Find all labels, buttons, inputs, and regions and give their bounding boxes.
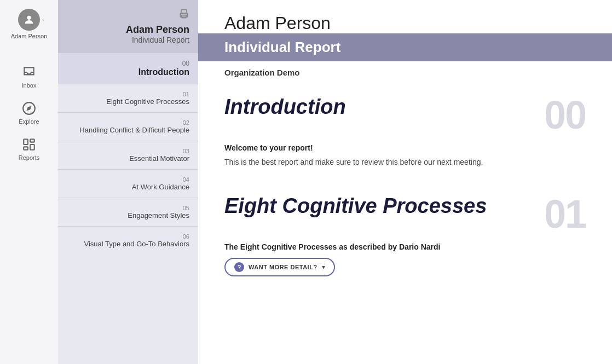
sidebar-active-section[interactable]: 00 Introduction [58,53,198,84]
section-intro-desc: This is the best report and make sure to… [224,157,509,168]
main-sections: Introduction 00 Welcome to your report! … [198,78,612,320]
item-number-05: 05 [67,205,189,211]
nav-user[interactable]: › Adam Person [11,9,48,39]
inbox-icon [21,65,37,80]
section-cognitive-heading: Eight Cognitive Processes 01 [224,194,586,234]
svg-point-0 [27,16,31,20]
main-report-banner: Individual Report [198,33,612,61]
svg-rect-4 [30,139,34,142]
nav-rail: › Adam Person Inbox Explore [0,0,58,364]
nav-item-reports-label: Reports [19,154,40,161]
section-cognitive-number: 01 [544,194,586,234]
svg-rect-7 [181,10,187,14]
svg-point-10 [186,15,187,16]
item-title-06: Visual Type and Go-To Behaviors [67,240,189,248]
want-more-detail-button[interactable]: ? WANT MORE DETAIL? ▾ [224,258,335,276]
section-introduction-number: 00 [544,95,586,135]
active-section-number: 00 [67,60,189,67]
section-introduction-title: Introduction [224,95,346,119]
sidebar-report-type: Individual Report [67,36,189,44]
section-cognitive-subtitle: The Eight Cognitive Processes as describ… [224,242,509,251]
chevron-right-icon: › [42,17,44,23]
svg-marker-2 [26,106,31,111]
nav-user-name: Adam Person [11,33,48,39]
section-cognitive-body: The Eight Cognitive Processes as describ… [224,242,509,276]
item-title-05: Engagement Styles [67,211,189,219]
item-number-02: 02 [67,119,189,126]
section-cognitive: Eight Cognitive Processes 01 The Eight C… [224,194,586,276]
sidebar-item-05[interactable]: 05 Engagement Styles [58,198,198,226]
svg-rect-6 [24,147,28,149]
main-person-name: Adam Person [224,13,586,33]
explore-icon [21,101,37,116]
nav-items: Inbox Explore Reports [0,59,58,166]
main-content: Adam Person Individual Report Organizati… [198,0,612,364]
section-introduction: Introduction 00 Welcome to your report! … [224,95,586,168]
sidebar-item-02[interactable]: 02 Handling Conflict & Difficult People [58,112,198,141]
item-number-04: 04 [67,176,189,183]
sidebar-item-04[interactable]: 04 At Work Guidance [58,169,198,198]
item-title-04: At Work Guidance [67,183,189,191]
item-number-01: 01 [67,91,189,97]
question-icon: ? [234,262,244,272]
section-cognitive-title: Eight Cognitive Processes [224,194,487,218]
avatar [18,9,40,31]
print-icon[interactable] [178,9,189,22]
section-welcome-text: Welcome to your report! [224,143,509,152]
svg-rect-3 [24,139,28,145]
main-org: Organization Demo [198,61,612,78]
active-section-title: Introduction [67,67,189,77]
item-title-03: Essential Motivator [67,154,189,163]
nav-item-explore[interactable]: Explore [0,95,58,130]
item-number-03: 03 [67,148,189,154]
sidebar-item-06[interactable]: 06 Visual Type and Go-To Behaviors [58,226,198,255]
section-introduction-body: Welcome to your report! This is the best… [224,143,509,168]
nav-item-inbox[interactable]: Inbox [0,59,58,94]
sidebar-header: Adam Person Individual Report [58,0,198,53]
item-title-01: Eight Cognitive Processes [67,97,189,106]
sidebar: Adam Person Individual Report 00 Introdu… [58,0,198,364]
sidebar-item-03[interactable]: 03 Essential Motivator [58,141,198,169]
item-title-02: Handling Conflict & Difficult People [67,126,189,134]
nav-item-reports[interactable]: Reports [0,131,58,166]
nav-item-explore-label: Explore [19,118,39,125]
main-org-label: Organization Demo [224,68,300,77]
nav-item-inbox-label: Inbox [22,82,37,89]
chevron-down-icon: ▾ [322,263,325,271]
reports-icon [21,137,37,152]
want-more-label: WANT MORE DETAIL? [249,264,317,270]
main-report-title: Individual Report [224,39,586,56]
section-introduction-heading: Introduction 00 [224,95,586,135]
item-number-06: 06 [67,233,189,240]
sidebar-item-01[interactable]: 01 Eight Cognitive Processes [58,84,198,112]
svg-rect-5 [30,145,34,150]
main-header: Adam Person [198,0,612,33]
sidebar-person-name: Adam Person [67,24,189,36]
